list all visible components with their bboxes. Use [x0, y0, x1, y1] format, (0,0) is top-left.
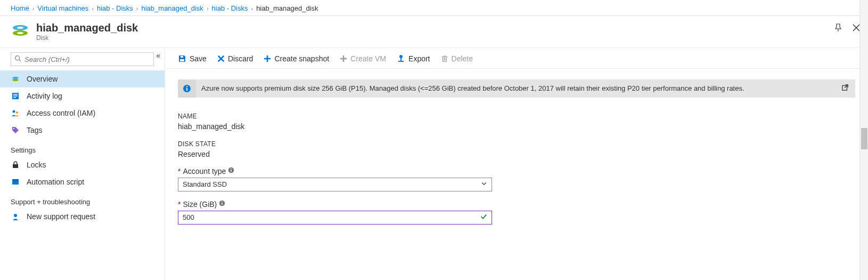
check-icon — [480, 213, 487, 222]
toolbar: Save Discard Create snapshot Create VM — [165, 48, 868, 69]
account-type-value: Standard SSD — [183, 180, 227, 188]
breadcrumb-current: hiab_managed_disk — [256, 4, 318, 12]
disk-state-label: DISK STATE — [178, 140, 855, 148]
sidebar-item-label: New support request — [27, 212, 95, 221]
required-indicator: * — [178, 200, 181, 209]
svg-point-17 — [13, 128, 14, 129]
svg-point-10 — [12, 79, 19, 81]
svg-rect-13 — [13, 95, 18, 97]
svg-rect-18 — [13, 164, 18, 168]
svg-rect-14 — [13, 97, 16, 98]
log-icon — [11, 92, 20, 100]
toolbar-label: Export — [408, 54, 430, 63]
svg-rect-39 — [186, 88, 187, 91]
chevron-right-icon: › — [32, 5, 35, 12]
size-value: 500 — [183, 213, 194, 221]
disk-icon — [11, 21, 30, 42]
sidebar-item-label: Activity log — [27, 92, 62, 100]
svg-point-15 — [13, 110, 15, 113]
tag-icon — [11, 126, 20, 134]
svg-rect-44 — [231, 170, 232, 172]
sidebar-item-locks[interactable]: Locks — [0, 156, 165, 173]
search-icon — [14, 55, 21, 63]
svg-point-21 — [14, 214, 17, 217]
sidebar-search[interactable] — [11, 52, 154, 66]
account-type-select[interactable]: Standard SSD — [178, 178, 492, 191]
breadcrumb: Home › Virtual machines › hiab - Disks ›… — [0, 0, 868, 16]
size-input[interactable]: 500 — [178, 211, 492, 225]
svg-line-8 — [19, 60, 21, 61]
export-button[interactable]: Export — [397, 54, 430, 63]
info-icon[interactable] — [219, 200, 225, 208]
delete-icon — [441, 55, 448, 62]
breadcrumb-hiab-disks-1[interactable]: hiab - Disks — [97, 4, 133, 12]
sidebar-item-label: Tags — [27, 126, 43, 134]
page-title: hiab_managed_disk — [36, 22, 138, 34]
svg-point-45 — [231, 169, 232, 170]
svg-point-3 — [17, 32, 23, 34]
sidebar-item-label: Overview — [27, 75, 58, 83]
breadcrumb-home[interactable]: Home — [11, 4, 29, 12]
sidebar-item-label: Locks — [27, 161, 46, 169]
breadcrumb-managed-disk-1[interactable]: hiab_managed_disk — [142, 4, 203, 12]
svg-rect-12 — [13, 94, 18, 95]
toolbar-label: Delete — [452, 54, 473, 63]
page-subtitle: Disk — [36, 34, 138, 42]
name-value: hiab_managed_disk — [178, 122, 855, 131]
toolbar-label: Create snapshot — [274, 54, 329, 63]
main-content: Save Discard Create snapshot Create VM — [165, 48, 868, 280]
sidebar-item-iam[interactable]: Access control (IAM) — [0, 105, 165, 122]
sidebar-item-automation-script[interactable]: Automation script — [0, 173, 165, 190]
iam-icon — [11, 109, 20, 117]
account-type-label: Account type — [183, 167, 226, 175]
sidebar-item-overview[interactable]: Overview — [0, 70, 165, 87]
chevron-right-icon: › — [136, 5, 138, 12]
toolbar-label: Discard — [228, 54, 253, 63]
breadcrumb-hiab-disks-2[interactable]: hiab - Disks — [212, 4, 248, 12]
pin-icon[interactable] — [834, 23, 842, 34]
discard-button[interactable]: Discard — [217, 54, 253, 63]
disk-icon — [11, 75, 20, 83]
svg-point-48 — [222, 202, 223, 203]
create-snapshot-button[interactable]: Create snapshot — [264, 54, 329, 63]
search-input[interactable] — [24, 55, 150, 63]
info-banner-text: Azure now supports premium disk size 256… — [196, 79, 835, 98]
scrollbar-thumb[interactable] — [861, 128, 867, 149]
export-icon — [397, 54, 405, 63]
sidebar-heading-support: Support + troubleshooting — [0, 190, 165, 208]
svg-point-1 — [17, 27, 23, 29]
svg-point-16 — [16, 111, 18, 114]
info-icon — [178, 79, 196, 98]
svg-rect-32 — [398, 61, 404, 62]
plus-icon — [340, 55, 347, 62]
support-icon — [11, 212, 20, 221]
sidebar-item-new-support-request[interactable]: New support request — [0, 208, 165, 225]
breadcrumb-vm[interactable]: Virtual machines — [37, 4, 88, 12]
collapse-sidebar-icon[interactable]: « — [156, 51, 160, 60]
sidebar-item-tags[interactable]: Tags — [0, 122, 165, 139]
svg-rect-23 — [181, 56, 183, 58]
save-icon — [178, 54, 186, 63]
info-banner: Azure now supports premium disk size 256… — [178, 79, 855, 98]
vertical-scrollbar[interactable] — [859, 0, 868, 280]
sidebar: « Overview Activity log — [0, 48, 165, 280]
required-indicator: * — [178, 167, 181, 175]
sidebar-heading-settings: Settings — [0, 139, 165, 156]
external-link-icon[interactable] — [835, 79, 855, 98]
svg-rect-22 — [180, 59, 184, 61]
discard-icon — [217, 55, 225, 62]
chevron-right-icon: › — [92, 5, 94, 12]
svg-point-40 — [186, 86, 187, 87]
chevron-down-icon — [481, 180, 487, 188]
svg-rect-47 — [222, 203, 223, 205]
save-button[interactable]: Save — [178, 54, 207, 63]
page-header: hiab_managed_disk Disk — [0, 16, 868, 48]
lock-icon — [11, 161, 20, 169]
sidebar-item-activity-log[interactable]: Activity log — [0, 87, 165, 105]
delete-button: Delete — [441, 54, 473, 63]
svg-rect-31 — [400, 57, 402, 61]
chevron-right-icon: › — [207, 5, 209, 12]
info-icon[interactable] — [228, 167, 234, 175]
sidebar-item-label: Automation script — [27, 178, 84, 186]
toolbar-label: Save — [190, 54, 207, 63]
